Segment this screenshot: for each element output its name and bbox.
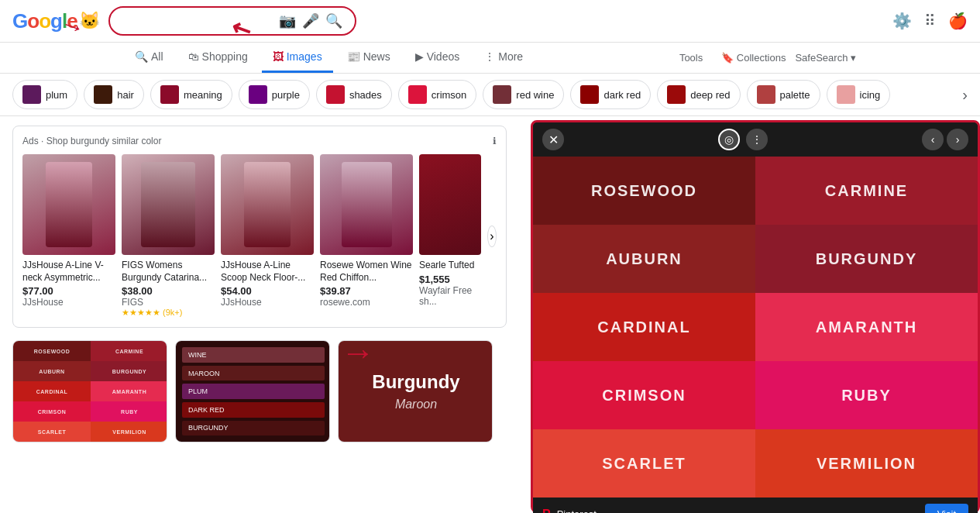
color-crimson[interactable]: CRIMSON [533, 361, 755, 429]
product-3-name: JJsHouse A-Line Scoop Neck Floor-... [221, 260, 314, 284]
product-3-price: $54.00 [221, 285, 314, 297]
filter-palette[interactable]: palette [747, 80, 820, 109]
color-auburn[interactable]: AUBURN [533, 225, 755, 293]
thumbnail-1[interactable]: ROSEWOOD CARMINE AUBURN BURGUNDY CARDINA… [12, 340, 167, 442]
panel-header: ✕ ◎ ⋮ ‹ › [533, 122, 978, 157]
product-2-price: $38.00 [122, 285, 215, 297]
filter-darkred[interactable]: dark red [570, 80, 651, 109]
color-carmine[interactable]: CARMINE [755, 157, 978, 225]
filter-purple[interactable]: purple [239, 80, 310, 109]
color-scarlet[interactable]: SCARLET [533, 429, 755, 498]
left-panel: Ads · Shop burgundy similar color ℹ JJsH… [0, 116, 519, 513]
tab-shopping[interactable]: 🛍 Shopping [177, 43, 259, 73]
filter-icing[interactable]: icing [827, 80, 891, 109]
color-cardinal[interactable]: CARDINAL [533, 293, 755, 361]
safesearch-link[interactable]: SafeSearch ▾ [795, 52, 856, 64]
mini-amaranth: AMARANTH [91, 381, 167, 401]
tab-videos[interactable]: ▶ Videos [404, 43, 471, 73]
tab-images[interactable]: 🖼 Images [262, 43, 333, 73]
google-logo[interactable]: Google 🐱 [12, 9, 99, 33]
wine-bar-maroon: MAROON [182, 366, 325, 381]
filter-palette-label: palette [780, 89, 810, 101]
product-4[interactable]: Rosewe Women Wine Red Chiffon... $39.87 … [320, 154, 413, 318]
product-5-name: Searle Tufted [419, 260, 481, 272]
thumbnail-section: ROSEWOOD CARMINE AUBURN BURGUNDY CARDINA… [12, 340, 507, 442]
tab-news-label: News [363, 50, 390, 63]
filter-redwine[interactable]: red wine [483, 80, 564, 109]
color-amaranth[interactable]: AMARANTH [755, 293, 978, 361]
visit-button[interactable]: Visit [925, 504, 968, 513]
panel-close-button[interactable]: ✕ [542, 129, 564, 150]
filter-plum[interactable]: plum [12, 80, 77, 109]
search-icon[interactable]: 🔍 [325, 12, 342, 29]
news-icon: 📰 [347, 50, 360, 63]
pinterest-logo: P [542, 508, 551, 514]
panel-next-button[interactable]: › [947, 129, 968, 150]
settings-icon[interactable]: ⚙️ [892, 12, 912, 30]
filter-hair-label: hair [117, 89, 134, 101]
search-input[interactable]: burgundy similar color [122, 15, 273, 28]
mic-icon[interactable]: 🎤 [302, 12, 319, 29]
color-rosewood[interactable]: ROSEWOOD [533, 157, 755, 225]
color-panel: ✕ ◎ ⋮ ‹ › ROSEWOOD CARMINE AUBURN BURGUN… [531, 120, 980, 513]
tab-more[interactable]: ⋮ More [473, 43, 534, 73]
ads-title: Ads · Shop burgundy similar color [22, 136, 161, 146]
wine-bar-wine: WINE [182, 347, 325, 363]
product-4-name: Rosewe Women Wine Red Chiffon... [320, 260, 413, 284]
color-grid: ROSEWOOD CARMINE AUBURN BURGUNDY CARDINA… [533, 157, 978, 498]
tab-all[interactable]: 🔍 All [124, 43, 174, 73]
account-icon[interactable]: 🍎 [948, 12, 968, 30]
header: Google 🐱 burgundy similar color 📷 🎤 🔍 ⚙️… [0, 0, 980, 43]
products-next-button[interactable]: › [487, 226, 497, 247]
camera-icon[interactable]: 📷 [279, 12, 296, 29]
filter-shades-label: shades [349, 89, 382, 101]
product-5[interactable]: Searle Tufted $1,555 Wayfair Free sh... [419, 154, 481, 318]
panel-circle-icon[interactable]: ◎ [718, 129, 740, 150]
header-icons: ⚙️ ⠿ 🍎 [892, 12, 968, 30]
tools-button[interactable]: Tools [679, 52, 703, 64]
product-2-store: FIGS [122, 297, 215, 308]
filter-hair[interactable]: hair [84, 80, 144, 109]
collections-safe: 🔖 Collections SafeSearch ▾ [721, 52, 856, 64]
color-vermilion[interactable]: VERMILION [755, 429, 978, 498]
color-burgundy[interactable]: BURGUNDY [755, 225, 978, 293]
thumbnail-maroon-title: Maroon [395, 398, 437, 411]
product-3[interactable]: JJsHouse A-Line Scoop Neck Floor-... $54… [221, 154, 314, 318]
collections-link[interactable]: 🔖 Collections [721, 52, 786, 64]
filter-meaning[interactable]: meaning [150, 80, 232, 109]
product-2-name: FIGS Womens Burgundy Catarina... [122, 260, 215, 284]
filter-icing-label: icing [860, 89, 881, 101]
filter-crimson[interactable]: crimson [398, 80, 477, 109]
product-4-store: rosewe.com [320, 297, 413, 308]
product-2[interactable]: FIGS Womens Burgundy Catarina... $38.00 … [122, 154, 215, 318]
tab-news[interactable]: 📰 News [336, 43, 401, 73]
pinterest-label: Pinterest [557, 508, 597, 513]
more-icon: ⋮ [484, 50, 495, 63]
color-ruby[interactable]: RUBY [755, 361, 978, 429]
product-4-price: $39.87 [320, 285, 413, 297]
product-1[interactable]: JJsHouse A-Line V-neck Asymmetric... $77… [22, 154, 115, 318]
search-box[interactable]: burgundy similar color 📷 🎤 🔍 [108, 6, 356, 36]
tab-all-label: All [151, 50, 163, 63]
mini-carmine: CARMINE [91, 341, 167, 361]
filter-purple-label: purple [272, 89, 300, 101]
filter-darkred-label: dark red [603, 89, 641, 101]
wine-bar-burgundy: BURGUNDY [182, 421, 325, 436]
thumbnail-3[interactable]: Burgundy Maroon [338, 340, 493, 442]
filter-deepred[interactable]: deep red [657, 80, 740, 109]
panel-more-icon[interactable]: ⋮ [746, 129, 768, 150]
filter-shades[interactable]: shades [316, 80, 392, 109]
filter-next-icon[interactable]: › [962, 86, 968, 104]
all-icon: 🔍 [135, 50, 148, 63]
thumbnail-2[interactable]: WINE MAROON PLUM DARK RED BURGUNDY [175, 340, 330, 442]
filter-plum-label: plum [46, 89, 67, 101]
grid-icon[interactable]: ⠿ [924, 12, 936, 30]
mini-vermilion: VERMILION [91, 422, 167, 442]
filter-deepred-label: deep red [690, 89, 730, 101]
ads-info-icon[interactable]: ℹ [493, 136, 497, 146]
tab-more-label: More [498, 50, 523, 63]
product-1-price: $77.00 [22, 285, 115, 297]
product-5-price: $1,555 [419, 274, 481, 285]
product-2-stars: ★★★★★ (9k+) [122, 308, 215, 318]
panel-prev-button[interactable]: ‹ [922, 129, 944, 150]
